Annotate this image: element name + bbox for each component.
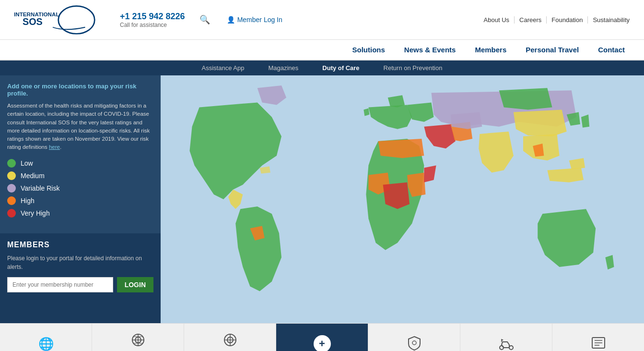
svg-point-16 bbox=[509, 346, 513, 350]
phone-number: +1 215 942 8226 bbox=[120, 12, 185, 22]
medical-plus-icon: + bbox=[314, 335, 331, 351]
members-description: Please login to your portal for detailed… bbox=[7, 254, 153, 271]
members-title: MEMBERS bbox=[7, 241, 153, 249]
risk-low: Low bbox=[7, 159, 153, 168]
svg-point-14 bbox=[412, 341, 416, 345]
login-row: LOGIN bbox=[7, 277, 153, 292]
top-bar-left: INTERNATIONAL SOS +1 215 942 8226 Call f… bbox=[10, 3, 282, 36]
member-login-link[interactable]: 👤 Member Log In bbox=[227, 16, 282, 24]
logo[interactable]: INTERNATIONAL SOS bbox=[10, 3, 96, 36]
risk-variable: Variable Risk bbox=[7, 184, 153, 193]
security-icon bbox=[407, 335, 422, 351]
world-map bbox=[161, 75, 644, 323]
about-us-link[interactable]: About Us bbox=[479, 16, 515, 24]
subnav-duty-of-care[interactable]: Duty of Care bbox=[310, 61, 371, 75]
search-icon[interactable]: 🔍 bbox=[199, 14, 210, 25]
main-nav: Solutions News & Events Members Personal… bbox=[0, 40, 644, 61]
bottom-road-safety[interactable]: ROAD SAFETY bbox=[460, 324, 552, 351]
top-bar: INTERNATIONAL SOS +1 215 942 8226 Call f… bbox=[0, 0, 644, 40]
nav-news-events[interactable]: News & Events bbox=[395, 40, 466, 60]
top-bar-links: About Us Careers Foundation Sustainabili… bbox=[479, 16, 634, 24]
nav-contact[interactable]: Contact bbox=[588, 40, 634, 60]
covid-inbound-icon bbox=[130, 332, 146, 350]
bottom-covid-inbound[interactable]: COVID-19 INBOUNDTRAVEL bbox=[92, 324, 184, 351]
risk-legend: Low Medium Variable Risk High Very High bbox=[7, 159, 153, 221]
dot-veryhigh bbox=[7, 209, 16, 218]
here-link[interactable]: here bbox=[49, 144, 60, 150]
nav-members[interactable]: Members bbox=[465, 40, 516, 60]
person-icon: 👤 bbox=[227, 16, 235, 24]
call-text: Call for assistance bbox=[120, 22, 167, 28]
road-safety-icon bbox=[498, 335, 515, 351]
risk-medium: Medium bbox=[7, 171, 153, 180]
phone-section: +1 215 942 8226 Call for assistance bbox=[120, 12, 185, 28]
foundation-link[interactable]: Foundation bbox=[547, 16, 588, 24]
risk-description: Assessment of the health risks and mitig… bbox=[7, 102, 153, 152]
members-section: MEMBERS Please login to your portal for … bbox=[0, 233, 161, 324]
covid-domestic-icon bbox=[222, 332, 238, 350]
globe-icon: 🌐 bbox=[38, 338, 54, 350]
bottom-newsroom[interactable]: NEWSROOM bbox=[552, 324, 644, 351]
main-content: Add one or more locations to map your ri… bbox=[0, 75, 644, 323]
login-button[interactable]: LOGIN bbox=[117, 277, 153, 292]
svg-text:SOS: SOS bbox=[23, 16, 43, 27]
dot-variable bbox=[7, 184, 16, 193]
dot-high bbox=[7, 196, 16, 205]
bottom-medical[interactable]: + MEDICAL bbox=[276, 324, 368, 351]
dot-medium bbox=[7, 171, 16, 180]
membership-input[interactable] bbox=[7, 277, 113, 292]
subnav-assistance-app[interactable]: Assistance App bbox=[190, 61, 257, 75]
bottom-covid-domestic[interactable]: COVID-19 DOMESTICOPERATIONS bbox=[184, 324, 276, 351]
careers-link[interactable]: Careers bbox=[515, 16, 547, 24]
nav-personal-travel[interactable]: Personal Travel bbox=[516, 40, 588, 60]
left-panel: Add one or more locations to map your ri… bbox=[0, 75, 161, 323]
sustainability-link[interactable]: Sustainability bbox=[588, 16, 634, 24]
bottom-bar: 🌐 YOUR PLACES COVID-19 INBOUNDTRAVEL COV… bbox=[0, 323, 644, 351]
sub-nav: Assistance App Magazines Duty of Care Re… bbox=[0, 61, 644, 75]
subnav-return-on-prevention[interactable]: Return on Prevention bbox=[372, 61, 455, 75]
newsroom-icon bbox=[591, 335, 606, 351]
add-location-text: Add one or more locations to map your ri… bbox=[7, 83, 153, 97]
subnav-magazines[interactable]: Magazines bbox=[256, 61, 310, 75]
bottom-security[interactable]: SECURITY bbox=[368, 324, 460, 351]
dot-low bbox=[7, 159, 16, 168]
bottom-your-places[interactable]: 🌐 YOUR PLACES bbox=[0, 324, 92, 351]
risk-veryhigh: Very High bbox=[7, 209, 153, 218]
risk-high: High bbox=[7, 196, 153, 205]
nav-solutions[interactable]: Solutions bbox=[343, 40, 395, 60]
